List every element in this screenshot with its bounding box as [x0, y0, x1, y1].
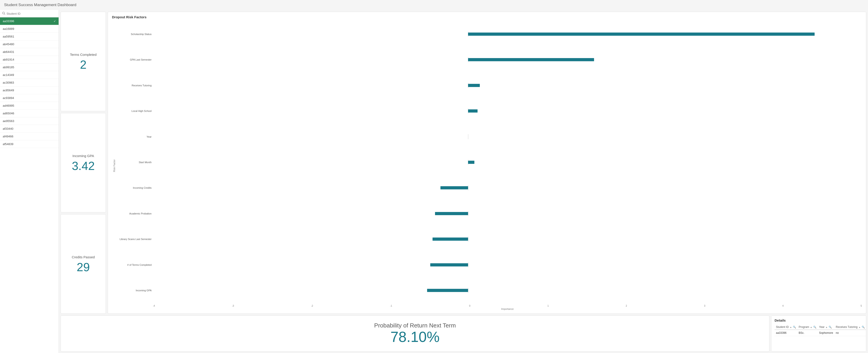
probability-card: Probability of Return Next Term 78.10% [61, 316, 769, 352]
x-tick: 5 [861, 305, 862, 307]
sidebar-item-ac85649[interactable]: ac85649 [0, 86, 59, 94]
bar-track [153, 262, 862, 267]
bar-fill [468, 109, 477, 112]
student-id-label: af49466 [3, 135, 13, 138]
incoming-gpa-value: 3.42 [72, 160, 95, 172]
sidebar-item-ab64431[interactable]: ab64431 [0, 48, 59, 56]
table-cell: no [835, 330, 866, 336]
chart-inner: Scholarship StatusGPA Last SemesterRecei… [117, 21, 862, 310]
student-id-label: aa59561 [3, 35, 14, 38]
table-cell: aa33396 [775, 330, 798, 336]
search-th-icon[interactable]: 🔍 [813, 326, 816, 328]
column-label: Year [819, 325, 825, 328]
x-tick: 1 [548, 305, 549, 307]
bar-row: Start Month [117, 160, 862, 165]
table-row: aa33396BSc.Sophomoreno [775, 330, 866, 336]
sidebar-item-aa33396[interactable]: aa33396✓ [0, 17, 59, 25]
sort-icon[interactable]: ▲ [790, 326, 792, 328]
bar-row: Incoming Credits [117, 185, 862, 190]
student-id-label: ac93894 [3, 96, 14, 100]
terms-completed-card: Terms Completed 2 [61, 12, 106, 111]
x-tick: 3 [704, 305, 705, 307]
student-id-label: ad65046 [3, 112, 14, 115]
bar-label: Start Month [117, 161, 152, 164]
search-th-icon[interactable]: 🔍 [793, 326, 796, 328]
student-id-label: ac14349 [3, 73, 14, 77]
credits-passed-card: Credits Passed 29 [61, 214, 106, 314]
student-id-label: ae95563 [3, 119, 14, 123]
bar-label: Library Scans Last Semester [117, 238, 152, 241]
sidebar-item-ad46995[interactable]: ad46995 [0, 102, 59, 110]
bar-row: GPA Last Semester [117, 57, 862, 62]
sidebar-item-ae95563[interactable]: ae95563 [0, 117, 59, 125]
student-id-label: ad46995 [3, 104, 14, 107]
bar-label: Incoming Credits [117, 186, 152, 189]
stat-cards: Terms Completed 2 Incoming GPA 3.42 Cred… [61, 12, 106, 314]
zero-line [468, 237, 468, 242]
student-id-label: ab99185 [3, 66, 14, 69]
student-id-label: ab91914 [3, 58, 14, 61]
bar-track [153, 160, 862, 165]
sidebar-item-aa16889[interactable]: aa16889 [0, 25, 59, 33]
student-id-label: ab64431 [3, 50, 14, 54]
sidebar-item-aa59561[interactable]: aa59561 [0, 33, 59, 40]
column-label: Receives Tutoring [836, 325, 858, 328]
bars-area: Scholarship StatusGPA Last SemesterRecei… [117, 21, 862, 303]
x-axis: -4-3-2-1012345 [117, 303, 862, 307]
terms-completed-value: 2 [80, 59, 87, 71]
sidebar-item-ac30983[interactable]: ac30983 [0, 79, 59, 86]
y-axis-label: Risk Factor [112, 21, 117, 310]
table-cell: BSc. [798, 330, 818, 336]
bar-track [153, 211, 862, 216]
sidebar-item-ab91914[interactable]: ab91914 [0, 56, 59, 64]
bar-track [153, 134, 862, 139]
incoming-gpa-label: Incoming GPA [72, 154, 94, 158]
x-tick: 4 [782, 305, 784, 307]
sidebar-item-ac93894[interactable]: ac93894 [0, 94, 59, 102]
bar-label: Year [117, 135, 152, 138]
search-box[interactable] [0, 10, 59, 17]
chart-title: Dropout Risk Factors [112, 15, 862, 19]
bar-track [153, 288, 862, 293]
sort-icon[interactable]: ▲ [826, 326, 828, 328]
x-tick: -2 [311, 305, 313, 307]
sidebar-item-af33440[interactable]: af33440 [0, 125, 59, 133]
bar-track [153, 237, 862, 242]
sidebar-item-af54839[interactable]: af54839 [0, 140, 59, 148]
search-input[interactable] [6, 12, 56, 15]
sidebar-item-ab45480[interactable]: ab45480 [0, 40, 59, 48]
bar-label: Academic Probation [117, 212, 152, 215]
bar-fill [433, 238, 468, 241]
bar-track [153, 108, 862, 113]
bar-fill [468, 84, 480, 87]
bar-fill [440, 186, 468, 189]
search-icon [2, 12, 5, 15]
active-check-icon: ✓ [54, 20, 56, 23]
student-id-label: ab45480 [3, 42, 14, 46]
dropout-risk-chart-panel: Dropout Risk Factors Risk Factor Scholar… [108, 12, 866, 314]
x-axis-label: Importance [117, 308, 862, 310]
student-id-label: aa33396 [3, 20, 14, 23]
x-tick: 2 [626, 305, 627, 307]
bar-fill [468, 58, 594, 61]
search-th-icon[interactable]: 🔍 [862, 326, 865, 328]
credits-passed-value: 29 [77, 261, 90, 273]
zero-line [468, 134, 468, 139]
sidebar-item-ad65046[interactable]: ad65046 [0, 110, 59, 117]
bar-row: Scholarship Status [117, 32, 862, 37]
column-label: Student ID [776, 325, 789, 328]
sort-icon[interactable]: ▲ [810, 326, 812, 328]
sort-icon[interactable]: ▲ [859, 326, 861, 328]
credits-passed-label: Credits Passed [72, 255, 95, 259]
sidebar-item-af49466[interactable]: af49466 [0, 133, 59, 140]
sidebar-item-ac14349[interactable]: ac14349 [0, 71, 59, 79]
details-column-header: Student ID▲🔍 [775, 324, 798, 330]
app-title: Student Success Management Dashboard [0, 0, 868, 10]
bar-row: Academic Probation [117, 211, 862, 216]
bar-track [153, 57, 862, 62]
bar-fill [435, 212, 468, 215]
x-tick: 0 [469, 305, 470, 307]
sidebar-item-ab99185[interactable]: ab99185 [0, 64, 59, 71]
details-table: Student ID▲🔍Program▲🔍Year▲🔍Receives Tuto… [775, 324, 866, 336]
search-th-icon[interactable]: 🔍 [829, 326, 832, 328]
